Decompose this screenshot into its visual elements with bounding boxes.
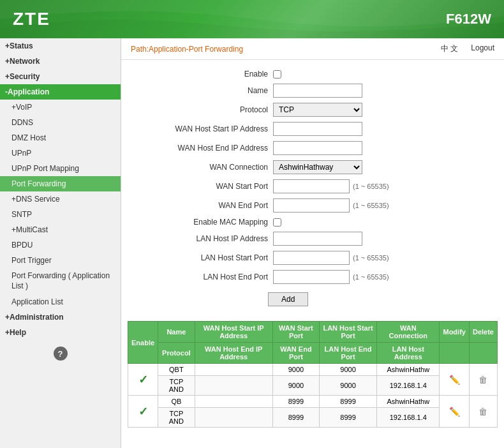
th-wan-start-port: WAN Start Port [272,322,319,343]
sidebar-item-multicast[interactable]: +MultiCast [0,222,121,237]
row1-wan-connection: AshwinHathw [377,364,440,376]
help-button[interactable]: ? [54,347,68,361]
row2-name: QB [158,396,195,408]
row2-lan-host-start: 8999 [320,396,377,408]
name-label: Name [140,86,268,95]
main-content: Path:Application-Port Forwarding 中 文 Log… [121,38,504,448]
row1-edit-button[interactable]: ✏️ [448,373,461,386]
th-delete2 [469,343,497,364]
row2-wan-host-start [195,396,272,408]
wan-connection-label: WAN Connection [140,163,268,172]
table-section: Enable Name WAN Host Start IP Address WA… [121,321,504,434]
row1-enable: ✓ [128,364,158,396]
th-modify: Modify [440,322,469,343]
row2-lan-host-end: 8999 [320,408,377,428]
sidebar-item-network[interactable]: +Network [0,54,121,69]
th-modify2 [440,343,469,364]
enable-mac-row: Enable MAC Mapping [140,218,485,227]
th-lan-host-start: LAN Host Start Port [320,322,377,343]
logo: ZTE [13,9,50,29]
sidebar-item-status[interactable]: +Status [0,38,121,54]
sidebar-item-upnp[interactable]: UPnP [0,146,121,161]
sidebar-item-dns[interactable]: +DNS Service [0,191,121,207]
row2-delete-button[interactable]: 🗑 [477,405,489,418]
sidebar-item-voip[interactable]: +VoIP [0,100,121,115]
row1-lan-host-start: 9000 [320,364,377,376]
row1-name: QBT [158,364,195,376]
sidebar-item-application[interactable]: -Application [0,84,121,100]
wan-end-port-input[interactable] [273,198,350,213]
wan-host-end-label: WAN Host End IP Address [140,144,268,153]
th-wan-connection: WAN Connection [377,322,440,343]
sidebar-item-bpdu[interactable]: BPDU [0,237,121,253]
th-lan-host-end: LAN Host End Port [320,343,377,364]
lan-host-start-label: LAN Host Start Port [140,253,268,262]
add-button[interactable]: Add [268,292,308,306]
breadcrumb: Path:Application-Port Forwarding 中 文 Log… [121,38,504,60]
wan-host-start-input[interactable] [273,122,362,136]
enable-mac-checkbox[interactable] [273,218,281,227]
sidebar-item-pf-app-list[interactable]: Port Forwarding ( Application List ) [0,268,121,294]
sidebar-item-help[interactable]: +Help [0,325,121,340]
lan-host-end-input[interactable] [273,270,350,284]
wan-end-port-label: WAN End Port [140,201,268,210]
row1-wan-end-port: 9000 [272,376,319,396]
lan-host-ip-row: LAN Host IP Address [140,232,485,246]
sidebar-item-port-forwarding[interactable]: Port Forwarding [0,176,121,191]
name-input[interactable] [273,84,362,98]
lan-host-start-input[interactable] [273,251,350,265]
wan-host-start-row: WAN Host Start IP Address [140,122,485,136]
sidebar-item-upnp-port[interactable]: UPnP Port Mapping [0,161,121,176]
sidebar-item-ddns[interactable]: DDNS [0,115,121,130]
protocol-row: Protocol TCP UDP TCP AND UDP [140,103,485,117]
row1-delete-icon: 🗑 [478,375,487,385]
sidebar-item-port-trigger[interactable]: Port Trigger [0,253,121,268]
row1-lan-host-end: 9000 [320,376,377,396]
row2-check: ✓ [138,405,148,418]
table-row: ✓ QB 8999 8999 AshwinHathw ✏️ [128,396,498,408]
pf-table: Enable Name WAN Host Start IP Address WA… [128,321,498,428]
th-wan-host-end: WAN Host End IP Address [195,343,272,364]
row2-edit-button[interactable]: ✏️ [448,405,461,418]
breadcrumb-text: Path:Application- [131,45,189,54]
lang-link[interactable]: 中 文 [441,43,458,54]
lan-host-end-hint: (1 ~ 65535) [353,273,389,281]
name-row: Name [140,84,485,98]
sidebar-item-administration[interactable]: +Administration [0,310,121,325]
row1-lan-host-addr: 192.168.1.4 [377,376,440,396]
row2-wan-connection: AshwinHathw [377,396,440,408]
enable-checkbox[interactable] [273,70,281,78]
table-row: ✓ QBT 9000 9000 AshwinHathw ✏️ [128,364,498,376]
row2-lan-host-addr: 192.168.1.4 [377,408,440,428]
row1-wan-host-end [195,376,272,396]
logout-link[interactable]: Logout [471,43,494,54]
sidebar-item-app-list[interactable]: Application List [0,294,121,310]
wan-connection-select[interactable]: AshwinHathway [273,160,362,174]
sidebar-item-dmz[interactable]: DMZ Host [0,130,121,146]
wan-end-port-row: WAN End Port (1 ~ 65535) [140,198,485,213]
wan-connection-row: WAN Connection AshwinHathway [140,160,485,174]
wan-start-port-label: WAN Start Port [140,182,268,191]
wan-start-port-input[interactable] [273,179,350,193]
row1-delete: 🗑 [469,364,497,396]
wan-host-end-input[interactable] [273,141,362,155]
row2-delete-icon: 🗑 [478,407,487,417]
row1-check: ✓ [138,373,148,386]
row2-enable: ✓ [128,396,158,428]
lan-host-ip-input[interactable] [273,232,362,246]
protocol-select[interactable]: TCP UDP TCP AND UDP [273,103,362,117]
breadcrumb-highlight: Port Forwarding [189,45,243,54]
sidebar-item-security[interactable]: +Security [0,69,121,84]
row1-delete-button[interactable]: 🗑 [477,373,489,386]
sidebar-item-sntp[interactable]: SNTP [0,207,121,222]
row2-wan-start-port: 8999 [272,396,319,408]
th-name: Name [158,322,195,343]
enable-row: Enable [140,70,485,78]
wan-end-port-hint: (1 ~ 65535) [353,202,389,209]
wan-start-port-row: WAN Start Port (1 ~ 65535) [140,179,485,193]
row2-wan-host-end [195,408,272,428]
model: F612W [446,11,491,27]
th-wan-host-start: WAN Host Start IP Address [195,322,272,343]
breadcrumb-path: Path:Application-Port Forwarding [131,45,243,54]
th-protocol: Protocol [158,343,195,364]
